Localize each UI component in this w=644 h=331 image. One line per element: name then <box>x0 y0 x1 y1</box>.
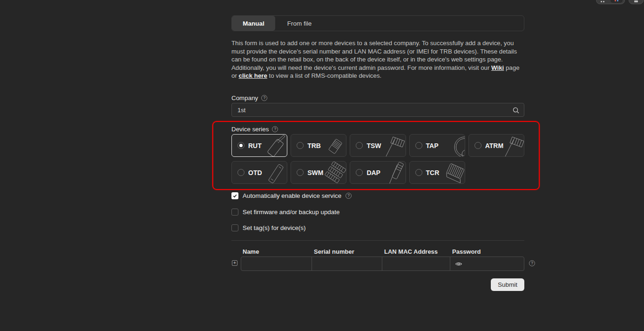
company-input-wrap <box>231 103 524 117</box>
eye-icon[interactable] <box>455 260 462 268</box>
description-text: This form is used to add one or more dev… <box>231 40 517 71</box>
column-header-password: Password <box>450 248 524 255</box>
checkbox-set-tags[interactable]: Set tag(s) for device(s) <box>231 224 305 231</box>
browser-menu-pill[interactable] <box>629 0 644 4</box>
submit-button[interactable]: Submit <box>491 278 524 291</box>
checkbox-label: Automatically enable device service <box>243 192 341 199</box>
device-password-input[interactable] <box>462 257 524 270</box>
device-series-label: Device series <box>231 126 269 133</box>
device-name-cell <box>241 257 312 270</box>
device-password-cell <box>450 257 524 270</box>
device-series-option-label: TCR <box>426 169 440 176</box>
question-circle-icon[interactable]: ? <box>529 260 535 266</box>
device-name-input[interactable] <box>241 257 312 270</box>
company-input[interactable] <box>232 103 524 116</box>
extensions-icon <box>601 1 604 2</box>
column-header-name: Name <box>241 248 312 255</box>
device-series-option-label: RUT <box>248 142 262 149</box>
device-mac-input[interactable] <box>382 257 450 270</box>
device-serial-cell <box>312 257 382 270</box>
router-with-antennas-illustration <box>259 134 287 157</box>
device-series-option-label: TSW <box>366 142 381 149</box>
search-icon[interactable] <box>512 107 520 114</box>
device-series-option-otd[interactable]: OTD <box>231 161 287 184</box>
radio-icon <box>356 142 363 149</box>
device-series-option-label: ATRM <box>485 142 503 149</box>
device-series-row-2: OTD SWM <box>231 161 465 184</box>
question-circle-icon[interactable]: ? <box>272 126 278 132</box>
compact-gateway-illustration <box>318 134 346 157</box>
question-circle-icon[interactable]: ? <box>261 95 267 101</box>
outdoor-device-illustration <box>259 161 287 184</box>
device-series-option-atrm[interactable]: ATRM <box>468 134 524 157</box>
dap-panel-illustration <box>378 161 406 184</box>
company-label-row: Company ? <box>231 95 267 101</box>
device-table-header: Name Serial number LAN MAC Address Passw… <box>241 248 524 255</box>
radio-icon <box>297 142 304 149</box>
checkbox-auto-enable-service[interactable]: Automatically enable device service ? <box>231 192 352 199</box>
tab-manual[interactable]: Manual <box>232 16 275 31</box>
device-series-option-label: OTD <box>248 169 262 176</box>
form-description: This form is used to add one or more dev… <box>231 39 524 80</box>
tab-from-file[interactable]: From file <box>275 16 324 31</box>
device-series-label-row: Device series ? <box>231 126 278 133</box>
red-dot-icon <box>615 0 616 1</box>
device-table-row <box>241 257 524 271</box>
device-series-row-1: RUT TRB <box>231 134 524 157</box>
device-series-option-swm[interactable]: SWM <box>291 161 346 184</box>
access-point-dome-illustration <box>437 134 465 157</box>
device-series-option-label: DAP <box>366 169 380 176</box>
device-series-option-tap[interactable]: TAP <box>409 134 465 157</box>
description-text: to view a list of RMS-compatible devices… <box>267 72 381 79</box>
menu-icon <box>634 0 638 2</box>
radio-checked-icon <box>237 142 244 149</box>
column-header-mac: LAN MAC Address <box>382 248 450 255</box>
device-series-option-tcr[interactable]: TCR <box>409 161 465 184</box>
checkbox-label: Set tag(s) for device(s) <box>243 224 305 231</box>
device-series-option-label: TAP <box>426 142 439 149</box>
checkbox-label: Set firmware and/or backup update <box>243 209 339 216</box>
checkbox-empty-icon <box>231 224 238 231</box>
click-here-link[interactable]: click here <box>239 72 267 79</box>
ethernet-switch-illustration <box>378 134 406 157</box>
radio-icon <box>356 169 363 176</box>
radio-icon <box>475 142 481 149</box>
add-device-page: Manual From file This form is used to ad… <box>0 0 644 331</box>
question-circle-icon[interactable]: ? <box>346 193 352 199</box>
checkbox-set-firmware-backup[interactable]: Set firmware and/or backup update <box>231 209 339 216</box>
device-serial-input[interactable] <box>312 257 382 270</box>
device-series-option-label: SWM <box>307 169 323 176</box>
device-mac-cell <box>382 257 450 270</box>
column-header-serial: Serial number <box>312 248 382 255</box>
device-series-option-tsw[interactable]: TSW <box>350 134 406 157</box>
device-series-option-trb[interactable]: TRB <box>291 134 346 157</box>
tab-bar: Manual From file <box>231 15 524 31</box>
device-series-option-label: TRB <box>307 142 321 149</box>
radio-icon <box>415 142 422 149</box>
radio-icon <box>415 169 422 176</box>
device-series-option-rut[interactable]: RUT <box>231 134 287 157</box>
checkbox-checked-icon <box>231 192 238 199</box>
blue-dot-icon <box>617 0 618 1</box>
profile-chip-icon[interactable] <box>610 0 623 3</box>
add-row-button[interactable]: + <box>232 260 237 266</box>
radio-icon <box>297 169 304 176</box>
tcr-router-illustration <box>437 161 465 184</box>
device-series-option-dap[interactable]: DAP <box>350 161 406 184</box>
add-device-form: Manual From file This form is used to ad… <box>231 0 524 331</box>
browser-extension-pill[interactable] <box>596 0 625 4</box>
checkbox-empty-icon <box>231 209 238 216</box>
company-label: Company <box>231 95 258 101</box>
radio-icon <box>237 169 244 176</box>
section-divider <box>231 240 524 241</box>
wiki-link[interactable]: Wiki <box>491 64 504 71</box>
